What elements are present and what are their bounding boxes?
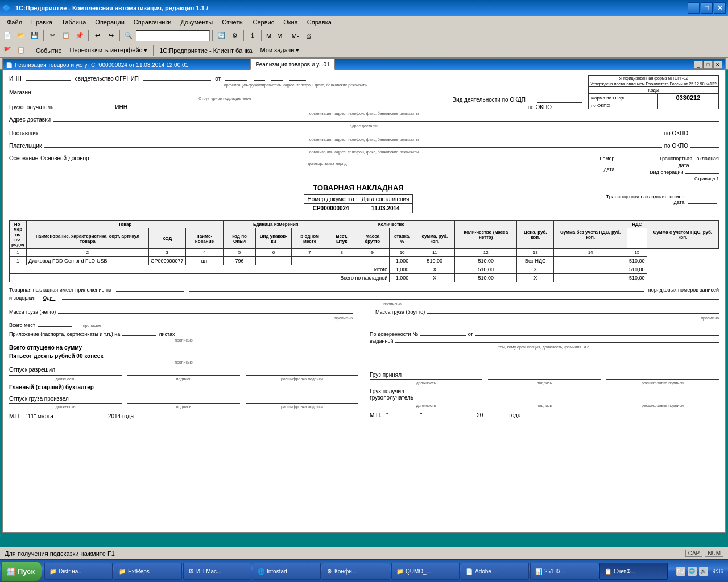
- buh-fields: [9, 392, 358, 392]
- doc-close[interactable]: ✕: [713, 61, 722, 69]
- clock: 9:36: [713, 568, 723, 575]
- propis2-label: прописью: [9, 316, 353, 320]
- tb-open[interactable]: 📂: [15, 30, 27, 42]
- menu-service[interactable]: Сервис: [249, 18, 279, 27]
- tb-paste[interactable]: 📌: [73, 30, 86, 42]
- th-nds-stavka: ставка, %: [390, 228, 415, 249]
- tb-settings[interactable]: ⚙: [229, 30, 241, 42]
- table-row: 1 Дисковод FDD Gembird FLD-USB СР0000000…: [10, 257, 719, 265]
- tb-redo[interactable]: ↪: [105, 30, 117, 42]
- gpol-sublabels: должность подпись расшифровка подписи: [370, 404, 719, 408]
- tb-undo[interactable]: ↩: [91, 30, 104, 42]
- sep2: [88, 30, 89, 41]
- tb-item-8[interactable]: 📋СчетФ...: [599, 563, 668, 580]
- gruz-poluchil-label: Груз получил грузополучатель: [370, 388, 719, 401]
- tbi3-label: Infostart: [267, 568, 287, 575]
- menu-edit[interactable]: Правка: [27, 18, 57, 27]
- tb-cut[interactable]: ✂: [46, 30, 59, 42]
- tb-item-3[interactable]: 🌐Infostart: [253, 563, 321, 580]
- th-kod: КОД: [149, 228, 186, 249]
- codes-label: Коды: [589, 87, 719, 94]
- okpo2-field: [554, 109, 582, 109]
- propis5: прописью: [9, 338, 358, 342]
- tb-item-2[interactable]: 🖥ИП Mac...: [183, 563, 251, 580]
- menu-windows[interactable]: Окна: [279, 18, 303, 27]
- minimize-btn[interactable]: _: [688, 2, 700, 14]
- year2-line: 20: [477, 412, 483, 418]
- tab-3[interactable]: Реализация товаров и у...01: [250, 59, 334, 70]
- doc-min[interactable]: _: [694, 61, 703, 69]
- doc-content[interactable]: Унифицированная форма №ТОРГ-12 Утвержден…: [3, 70, 725, 532]
- vydannoy-label: выданной: [370, 338, 393, 344]
- store-field: [34, 94, 582, 94]
- tbi7-icon: 📊: [535, 568, 542, 575]
- store-row: Магазин: [9, 89, 582, 95]
- toolbar3-switch[interactable]: Переключить интерфейс ▾: [67, 45, 151, 55]
- postav-sublabel: организация, адрес, телефон, факс, банко…: [9, 138, 719, 142]
- toolbar3-client[interactable]: 1С:Предприятие - Клиент банка: [156, 46, 255, 55]
- th-tsena: Цена, руб. коп.: [517, 221, 554, 249]
- taskbar-right: RU 🌐 🔊 9:36: [672, 567, 728, 576]
- close-btn[interactable]: ✕: [714, 2, 726, 14]
- toolbar3-event[interactable]: Событие: [32, 46, 65, 55]
- gruz-p-fields: [370, 379, 719, 380]
- pril2-field: [122, 335, 156, 336]
- postav-field: [40, 135, 661, 135]
- tb-item-0[interactable]: 📁Distr на...: [44, 563, 113, 580]
- doc-max[interactable]: □: [704, 61, 713, 69]
- osnov-col: Основание Основной договор номер договор…: [9, 155, 646, 172]
- footer-area: Товарная накладная имеет приложение на п…: [9, 287, 719, 421]
- tb-copy[interactable]: 📋: [60, 30, 72, 42]
- tb-search[interactable]: 🔍: [122, 30, 135, 42]
- tr-data-r: дата: [673, 199, 684, 205]
- menu-operations[interactable]: Операции: [90, 18, 129, 27]
- cn-13: 13: [517, 249, 554, 257]
- toolbar3-tasks[interactable]: Мои задачи ▾: [257, 45, 303, 55]
- menu-documents[interactable]: Документы: [176, 18, 217, 27]
- tb-M3: M-: [289, 32, 301, 39]
- sep7: [30, 45, 30, 56]
- goda2: года: [509, 412, 520, 418]
- menu-file[interactable]: Файл: [2, 18, 27, 27]
- tb-save[interactable]: 💾: [28, 30, 41, 42]
- gpol-rash-lbl: расшифровка подписи: [606, 404, 719, 408]
- tb-item-6[interactable]: 📄Adobe ...: [461, 563, 529, 580]
- cn-7: 7: [292, 249, 328, 257]
- main-area: 🔷 1С:Предприятие - Комплексная автоматиз…: [0, 0, 728, 547]
- form-header-1: Унифицированная форма №ТОРГ-12: [588, 75, 719, 81]
- menu-help[interactable]: Справка: [303, 18, 336, 27]
- tb-item-1[interactable]: 📁ExtReps: [114, 563, 182, 580]
- maximize-btn[interactable]: □: [701, 2, 713, 14]
- start-button[interactable]: 🪟 Пуск: [1, 561, 42, 581]
- tb-item-7[interactable]: 📊251 К/...: [530, 563, 598, 580]
- tb-list[interactable]: 📋: [15, 44, 27, 57]
- cn-3: 3: [149, 249, 186, 257]
- okpo4-label: по ОКПО: [664, 143, 688, 149]
- year2-field: [487, 417, 504, 417]
- sep6: [261, 30, 262, 41]
- th-ed-izm: Единица измерения: [224, 221, 328, 228]
- tb-new[interactable]: 📄: [1, 30, 14, 42]
- transport-section-right: Транспортная накладная номер дата: [413, 194, 719, 205]
- inn2-label: ИНН: [115, 104, 127, 110]
- tb-flag[interactable]: 🚩: [1, 44, 14, 57]
- store-label: Магазин: [9, 89, 31, 95]
- tb-info[interactable]: ℹ: [246, 30, 259, 42]
- tb-item-4[interactable]: ⚙Конфи...: [322, 563, 390, 580]
- gruz-label: Грузополучатель: [9, 104, 53, 110]
- doc-data-header: Дата составления: [358, 195, 413, 204]
- menu-table[interactable]: Таблица: [57, 18, 90, 27]
- tb-more[interactable]: 🖨: [303, 30, 315, 42]
- tb-item-5[interactable]: 📁QUMO_...: [391, 563, 460, 580]
- toolbar-row2: 🚩 📋 Событие Переключить интерфейс ▾ 1С:П…: [0, 43, 728, 58]
- itogo-label: Итого: [10, 265, 390, 274]
- mp-label: М.П.: [9, 413, 21, 419]
- month2-field: [427, 417, 472, 417]
- otpusk-gruz-label: Отпуск груза произвел: [9, 396, 358, 402]
- row-kol: 1,000: [390, 257, 415, 265]
- date2-field: [393, 417, 416, 417]
- menu-reports[interactable]: Отчёты: [217, 18, 248, 27]
- tb-refresh[interactable]: 🔄: [215, 30, 228, 42]
- menu-references[interactable]: Справочники: [129, 18, 176, 27]
- tb-search-input[interactable]: [136, 30, 210, 41]
